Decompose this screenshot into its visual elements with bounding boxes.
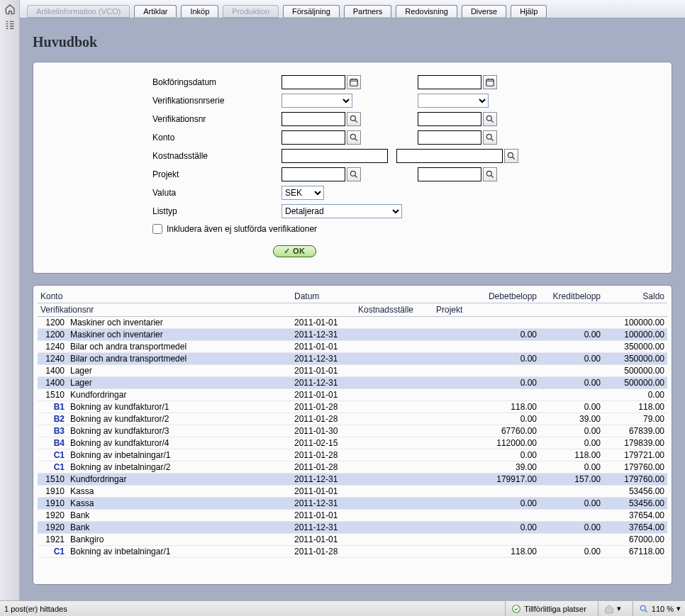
table-row[interactable]: B3Bokning av kundfakturor/32011-01-30677…	[38, 425, 667, 437]
verifikationsnrserie-from-select[interactable]	[282, 94, 352, 108]
table-row[interactable]: C1Bokning av inbetalningar/12011-01-2811…	[38, 546, 667, 558]
verifikationsnrserie-to-select[interactable]	[418, 94, 489, 108]
status-zoom[interactable]: 110 % ▾	[633, 601, 681, 616]
label-kostnadsstalle: Kostnadsställe	[152, 151, 273, 161]
chevron-down-icon: ▾	[617, 604, 621, 613]
table-row[interactable]: 1910Kassa2011-12-310.000.0053456.00	[38, 498, 667, 510]
app-shell: Artikelinformation (VCO)ArtiklarInköpPro…	[0, 0, 685, 600]
zoom-icon	[639, 604, 649, 614]
table-row[interactable]: 1510Kundfordringar2011-12-31179917.00157…	[38, 474, 667, 486]
th-konto[interactable]: Konto	[38, 290, 291, 303]
home-icon[interactable]	[4, 3, 16, 16]
kostnadsstalle-from-input[interactable]	[282, 149, 388, 163]
tab[interactable]: Artiklar	[134, 5, 177, 18]
status-trusted-sites: Tillförlitliga platser	[505, 601, 586, 616]
tab[interactable]: Redovisning	[396, 5, 457, 18]
label-projekt: Projekt	[152, 169, 273, 179]
tab[interactable]: Partners	[344, 5, 392, 18]
label-konto: Konto	[152, 133, 273, 142]
svg-rect-1	[486, 79, 494, 86]
table-row[interactable]: 1400Lager2011-01-01500000.00	[38, 365, 667, 377]
svg-point-4	[350, 134, 355, 139]
th-saldo[interactable]: Saldo	[603, 290, 667, 303]
table-row[interactable]: 1921Bankgiro2011-01-0167000.00	[38, 534, 667, 546]
include-unfinished-label: Inkludera även ej slutförda verifikation…	[167, 224, 317, 234]
calendar-icon[interactable]	[483, 75, 497, 89]
tab[interactable]: Hjälp	[511, 5, 547, 18]
th-kostnadsstalle[interactable]: Kostnadsställe	[355, 303, 433, 317]
th-verifikationsnr[interactable]: Verifikationsnr	[38, 303, 291, 317]
tab: Artikelinformation (VCO)	[27, 5, 130, 18]
search-icon[interactable]	[347, 167, 361, 181]
svg-point-3	[486, 116, 491, 121]
bokforingsdatum-to-input[interactable]	[418, 75, 481, 89]
th-debet[interactable]: Debetbelopp	[476, 290, 540, 303]
status-protected-mode[interactable]: ▾	[598, 601, 621, 616]
th-projekt[interactable]: Projekt	[433, 303, 476, 317]
verifikationsnr-to-input[interactable]	[418, 112, 481, 126]
projekt-to-input[interactable]	[418, 167, 481, 181]
check-shield-icon	[511, 604, 521, 614]
tab: Produktion	[223, 5, 279, 18]
svg-point-8	[486, 171, 491, 176]
tab[interactable]: Diverse	[462, 5, 506, 18]
search-icon[interactable]	[483, 130, 497, 145]
main-column: Artikelinformation (VCO)ArtiklarInköpPro…	[20, 0, 685, 600]
table-row[interactable]: 1920Bank2011-01-0137654.00	[38, 510, 667, 522]
bokforingsdatum-from-input[interactable]	[282, 75, 345, 89]
svg-point-2	[350, 116, 355, 121]
search-icon[interactable]	[483, 167, 497, 181]
table-row[interactable]: B4Bokning av kundfakturor/42011-02-15112…	[38, 437, 667, 449]
chevron-down-icon: ▾	[676, 604, 681, 613]
tree-icon[interactable]	[4, 18, 16, 31]
table-row[interactable]: 1920Bank2011-12-310.000.0037654.00	[38, 522, 667, 534]
table-row[interactable]: B1Bokning av kundfakturor/12011-01-28118…	[38, 401, 667, 413]
label-listtyp: Listtyp	[152, 206, 273, 216]
left-rail	[0, 0, 20, 600]
search-icon[interactable]	[483, 112, 497, 126]
projekt-from-input[interactable]	[282, 167, 345, 181]
status-posts-found: 1 post(er) hittades	[4, 601, 67, 616]
th-datum[interactable]: Datum	[291, 290, 355, 303]
verifikationsnr-from-input[interactable]	[282, 112, 345, 126]
calendar-icon[interactable]	[347, 75, 361, 89]
label-verifikationsnrserie: Verifikationsnrserie	[152, 96, 273, 106]
table-row[interactable]: 1510Kundfordringar2011-01-010.00	[38, 389, 667, 401]
svg-point-7	[350, 171, 355, 176]
table-row[interactable]: 1400Lager2011-12-310.000.00500000.00	[38, 377, 667, 389]
svg-rect-0	[350, 79, 358, 86]
konto-from-input[interactable]	[282, 130, 345, 145]
svg-point-6	[508, 152, 513, 157]
page-area: Huvudbok Bokföringsdatum Verifikationsnr…	[20, 18, 685, 600]
tab[interactable]: Inköp	[181, 5, 218, 18]
table-row[interactable]: C1Bokning av inbetalningar/22011-01-2839…	[38, 461, 667, 474]
label-bokforingsdatum: Bokföringsdatum	[152, 77, 273, 87]
results-table: Konto Datum Debetbelopp Kreditbelopp Sal…	[38, 290, 667, 558]
search-icon[interactable]	[347, 130, 361, 145]
status-bar: 1 post(er) hittades Tillförlitliga plats…	[0, 600, 685, 616]
table-row[interactable]: 1910Kassa2011-01-0153456.00	[38, 486, 667, 498]
table-row[interactable]: 1240Bilar och andra transportmedel2011-0…	[38, 341, 667, 353]
tabstrip: Artikelinformation (VCO)ArtiklarInköpPro…	[20, 0, 685, 18]
svg-point-9	[513, 605, 520, 612]
table-row[interactable]: C1Bokning av inbetalningar/12011-01-280.…	[38, 449, 667, 461]
label-verifikationsnr: Verifikationsnr	[152, 114, 273, 124]
include-unfinished-checkbox[interactable]	[152, 224, 162, 234]
ok-button[interactable]: OK	[273, 245, 316, 257]
filter-panel: Bokföringsdatum Verifikationsnrserie Ver…	[33, 62, 672, 274]
tab[interactable]: Försäljning	[283, 5, 340, 18]
table-row[interactable]: 1200Maskiner och inventarier2011-01-0110…	[38, 317, 667, 329]
search-icon[interactable]	[347, 112, 361, 126]
results-panel: Konto Datum Debetbelopp Kreditbelopp Sal…	[33, 285, 672, 585]
table-row[interactable]: B2Bokning av kundfakturor/22011-01-280.0…	[38, 413, 667, 425]
page-title: Huvudbok	[33, 34, 672, 50]
table-row[interactable]: 1240Bilar och andra transportmedel2011-1…	[38, 353, 667, 365]
page-title-row: Huvudbok	[33, 34, 672, 50]
table-row[interactable]: 1200Maskiner och inventarier2011-12-310.…	[38, 329, 667, 341]
kostnadsstalle-to-input[interactable]	[396, 149, 503, 163]
search-icon[interactable]	[504, 149, 518, 163]
konto-to-input[interactable]	[418, 130, 481, 145]
th-kredit[interactable]: Kreditbelopp	[540, 290, 603, 303]
listtyp-select[interactable]: Detaljerad	[282, 204, 402, 218]
valuta-select[interactable]: SEK	[282, 186, 324, 200]
